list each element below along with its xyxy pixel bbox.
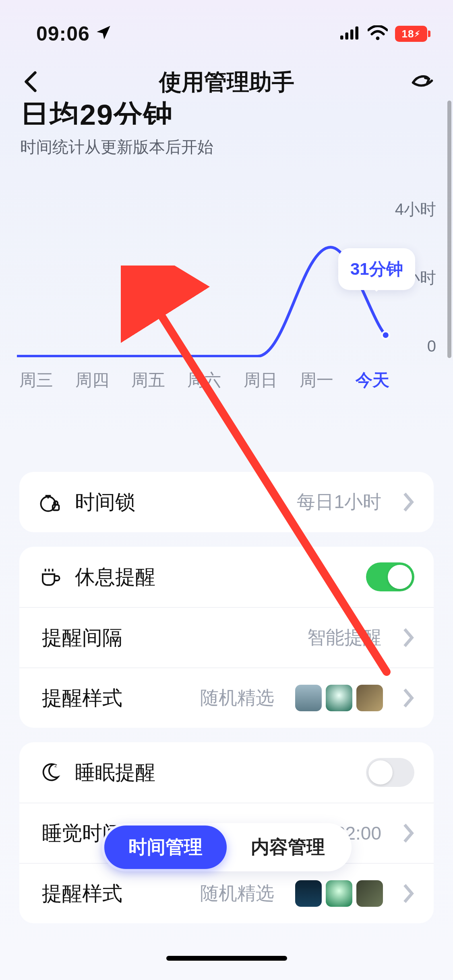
chart-tooltip: 31分钟 <box>338 248 415 290</box>
thumb-icon <box>326 685 352 711</box>
cellular-signal-icon <box>340 22 360 45</box>
tab-time-management[interactable]: 时间管理 <box>104 826 227 869</box>
chevron-right-icon <box>402 688 414 708</box>
chevron-right-icon <box>402 492 414 512</box>
chart-line <box>17 198 392 357</box>
tab-content-management[interactable]: 内容管理 <box>227 826 349 869</box>
thumb-icon <box>326 880 352 907</box>
svg-rect-3 <box>356 27 359 40</box>
rest-interval-value: 智能提醒 <box>307 625 381 650</box>
svg-text:z: z <box>54 762 57 768</box>
status-bar: 09:06 18⚡︎ <box>0 0 453 56</box>
page-title: 使用管理助手 <box>159 67 294 98</box>
rest-interval-row[interactable]: 提醒间隔 智能提醒 <box>19 607 434 667</box>
thumb-icon <box>356 685 383 711</box>
x-tick-today[interactable]: 今天 <box>356 369 389 391</box>
x-tick[interactable]: 周日 <box>244 369 277 391</box>
moon-icon: z <box>39 761 61 784</box>
x-tick[interactable]: 周四 <box>75 369 109 391</box>
chevron-right-icon <box>402 884 414 903</box>
rest-style-row[interactable]: 提醒样式 随机精选 <box>19 667 434 728</box>
rest-style-label: 提醒样式 <box>42 685 122 712</box>
rest-reminder-row: 休息提醒 <box>19 547 434 607</box>
y-tick: 4小时 <box>388 198 436 220</box>
wifi-icon <box>368 22 388 45</box>
summary-headline: 日均29分钟 <box>20 101 433 125</box>
rest-reminder-toggle[interactable] <box>366 562 414 591</box>
usage-chart[interactable]: 4小时 小时 0 31分钟 周三 周四 周五 周六 周日 周一 今天 <box>0 174 453 391</box>
share-button[interactable] <box>411 70 434 95</box>
tooltip-label: 31分钟 <box>350 259 403 278</box>
scroll-indicator[interactable] <box>447 101 451 358</box>
rest-reminder-card: 休息提醒 提醒间隔 智能提醒 提醒样式 随机精选 <box>19 547 434 728</box>
thumb-icon <box>295 880 322 907</box>
svg-rect-2 <box>350 29 354 39</box>
sleep-reminder-toggle[interactable] <box>366 758 414 787</box>
time-lock-value: 每日1小时 <box>297 490 381 515</box>
x-tick[interactable]: 周六 <box>187 369 221 391</box>
home-indicator[interactable] <box>166 956 287 961</box>
rest-reminder-label: 休息提醒 <box>75 564 155 591</box>
time-lock-row[interactable]: 时间锁 每日1小时 <box>19 472 434 532</box>
chevron-right-icon <box>402 628 414 647</box>
back-button[interactable] <box>19 70 42 95</box>
stopwatch-lock-icon <box>39 491 61 513</box>
sleep-style-label: 提醒样式 <box>42 880 122 907</box>
chevron-right-icon <box>402 824 414 843</box>
charging-icon: ⚡︎ <box>414 29 420 39</box>
y-tick: 0 <box>388 337 436 355</box>
sleep-style-thumbs <box>295 880 383 907</box>
sleep-style-row[interactable]: 提醒样式 随机精选 <box>19 863 434 923</box>
svg-rect-1 <box>345 33 349 40</box>
sleep-reminder-label: 睡眠提醒 <box>75 759 155 786</box>
battery-indicator: 18⚡︎ <box>395 26 427 42</box>
thumb-icon <box>295 685 322 711</box>
time-lock-card: 时间锁 每日1小时 <box>19 472 434 532</box>
sleep-style-value: 随机精选 <box>200 881 274 906</box>
chart-x-axis: 周三 周四 周五 周六 周日 周一 今天 <box>17 369 392 391</box>
svg-rect-0 <box>340 35 343 39</box>
usage-summary: 日均29分钟 时间统计从更新版本后开始 <box>0 101 453 174</box>
rest-style-thumbs <box>295 685 383 711</box>
location-icon <box>95 22 112 45</box>
summary-subline: 时间统计从更新版本后开始 <box>20 136 433 158</box>
rest-style-value: 随机精选 <box>200 686 274 710</box>
battery-percent: 18 <box>402 28 414 40</box>
chart-point-today <box>382 331 389 339</box>
cup-icon <box>39 566 61 588</box>
thumb-icon <box>356 880 383 907</box>
time-lock-label: 时间锁 <box>75 489 135 516</box>
bottom-tabs: 时间管理 内容管理 <box>102 823 352 871</box>
x-tick[interactable]: 周三 <box>19 369 53 391</box>
sleep-reminder-row: z 睡眠提醒 <box>19 742 434 803</box>
status-time: 09:06 <box>36 22 90 45</box>
svg-point-4 <box>376 37 380 40</box>
x-tick[interactable]: 周五 <box>131 369 165 391</box>
rest-interval-label: 提醒间隔 <box>42 624 122 651</box>
x-tick[interactable]: 周一 <box>300 369 333 391</box>
